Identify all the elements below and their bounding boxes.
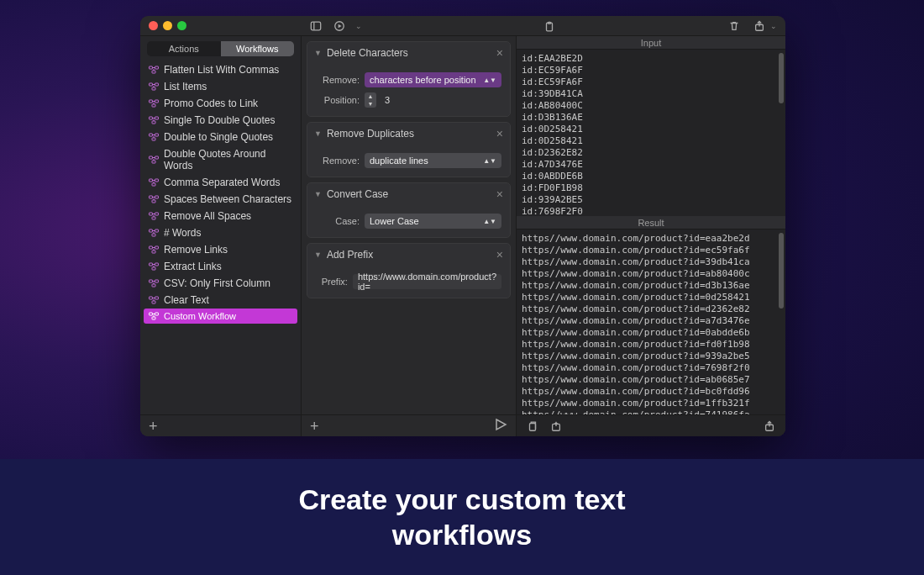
select-chevron-icon: ▲▼ [483,157,496,165]
svg-rect-18 [152,121,155,124]
workflow-list: Flatten List With CommasList ItemsPromo … [140,61,301,414]
sidebar-item-label: Clear Text [164,294,209,306]
svg-rect-8 [155,66,159,69]
io-panel: Input id:EAA2BE2D id:EC59FA6F id:EC59FA6… [517,36,785,436]
tab-actions[interactable]: Actions [147,41,221,56]
remove-step-button[interactable]: × [496,46,503,60]
sidebar: Actions Workflows Flatten List With Comm… [140,36,302,436]
select-value: Lower Case [370,216,419,226]
remove-step-button[interactable]: × [496,248,503,261]
sidebar-item[interactable]: Promo Codes to Link [140,95,301,112]
run-menu-chevron[interactable]: ⌄ [355,22,362,30]
svg-rect-23 [155,156,159,159]
input-pane-header: Input [517,36,785,50]
select-chevron-icon: ▲▼ [483,218,496,225]
sidebar-item-label: Remove Links [164,244,228,256]
input-textarea[interactable]: id:EAA2BE2D id:EC59FA6F id:EC59FA6F id:3… [517,50,785,216]
marketing-headline: Create your custom text workflows [298,482,625,553]
svg-rect-45 [152,284,155,287]
sidebar-item[interactable]: Double Quotes Around Words [140,145,301,174]
svg-rect-22 [150,156,153,159]
step-title: Add Prefix [327,249,373,261]
sidebar-item[interactable]: Extract Links [140,258,301,275]
sidebar-item-label: List Items [164,81,207,92]
select-field[interactable]: Lower Case▲▼ [365,214,501,229]
svg-marker-52 [496,419,506,430]
share-result-button[interactable] [762,419,777,434]
sidebar-item-label: CSV: Only First Column [164,277,270,289]
svg-rect-11 [155,83,159,86]
sidebar-item-label: Remove All Spaces [164,210,251,222]
sidebar-item-label: Spaces Between Characters [164,193,291,205]
remove-step-button[interactable]: × [496,127,503,140]
zoom-window-button[interactable] [177,21,186,30]
sidebar-item-label: Custom Workflow [164,311,236,321]
text-field[interactable]: https://www.domain.com/product?id= [353,274,501,289]
share-button[interactable] [752,18,767,34]
export-result-button[interactable] [549,419,564,434]
sidebar-item[interactable]: Remove All Spaces [140,208,301,224]
sidebar-item[interactable]: Single To Double Quotes [140,112,301,129]
svg-rect-0 [311,22,320,30]
stepper-control[interactable]: ▲▼ [365,92,376,108]
input-scrollbar[interactable] [779,53,784,103]
result-textarea[interactable]: https//www.domain.com/product?id=eaa2be2… [517,229,785,414]
run-button[interactable] [332,18,347,34]
stepper-value: 3 [385,95,390,105]
svg-rect-38 [155,246,159,249]
svg-rect-32 [155,213,159,215]
svg-rect-20 [155,134,159,136]
svg-rect-49 [150,313,153,315]
sidebar-item[interactable]: List Items [140,78,301,95]
sidebar-item-label: Promo Codes to Link [164,98,258,109]
minimize-window-button[interactable] [163,21,172,30]
svg-rect-27 [152,183,155,186]
step-title: Remove Duplicates [327,128,414,140]
disclosure-icon[interactable]: ▼ [314,251,322,259]
select-chevron-icon: ▲▼ [483,76,496,84]
svg-rect-46 [150,297,153,299]
sidebar-item[interactable]: # Words [140,224,301,241]
sidebar-item[interactable]: Clear Text [140,292,301,309]
remove-step-button[interactable]: × [496,187,503,201]
run-workflow-button[interactable] [494,418,507,434]
add-step-button[interactable]: + [310,419,319,434]
tab-workflows[interactable]: Workflows [221,41,295,56]
sidebar-tabs: Actions Workflows [147,41,294,56]
workflow-icon [149,195,159,203]
workflow-editor: ▼Delete Characters×Remove:characters bef… [302,36,517,436]
disclosure-icon[interactable]: ▼ [314,49,322,57]
svg-rect-28 [150,196,153,198]
close-window-button[interactable] [149,21,158,30]
trash-button[interactable] [727,18,742,34]
clipboard-history-button[interactable] [542,19,557,34]
sidebar-item[interactable]: Comma Separated Words [140,174,301,191]
workflow-icon [149,229,159,237]
svg-rect-24 [152,161,155,163]
sidebar-item[interactable]: Flatten List With Commas [140,61,301,78]
workflow-step-card: ▼Delete Characters×Remove:characters bef… [307,41,511,117]
toggle-sidebar-button[interactable] [308,18,323,34]
disclosure-icon[interactable]: ▼ [314,190,322,198]
add-workflow-button[interactable]: + [149,419,158,434]
svg-rect-39 [152,251,155,253]
sidebar-item-label: Comma Separated Words [164,177,281,188]
sidebar-item[interactable]: Custom Workflow [144,309,297,324]
svg-rect-42 [152,267,155,270]
workflow-icon [149,116,159,124]
sidebar-item[interactable]: Remove Links [140,241,301,258]
svg-rect-41 [155,263,159,266]
result-pane-header: Result [517,216,785,229]
result-scrollbar[interactable] [779,233,784,309]
select-field[interactable]: characters before position▲▼ [365,72,501,87]
sidebar-item[interactable]: CSV: Only First Column [140,275,301,292]
workflow-icon [149,245,159,254]
sidebar-item[interactable]: Double to Single Quotes [140,129,301,145]
svg-rect-25 [150,179,153,182]
svg-rect-14 [155,100,159,103]
copy-result-button[interactable] [525,419,540,434]
select-field[interactable]: duplicate lines▲▼ [365,153,501,168]
share-menu-chevron[interactable]: ⌄ [770,22,777,30]
disclosure-icon[interactable]: ▼ [314,129,322,138]
sidebar-item[interactable]: Spaces Between Characters [140,191,301,208]
